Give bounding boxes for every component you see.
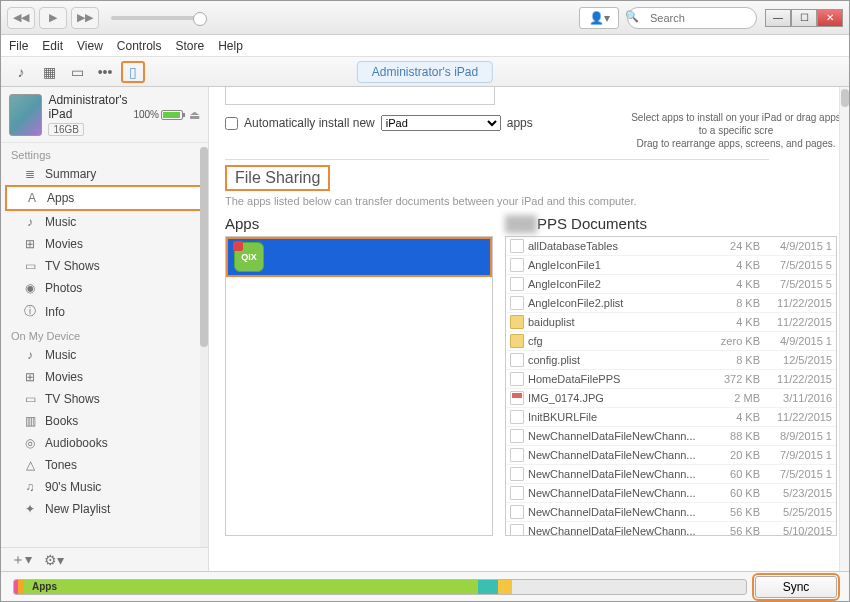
- file-size: 20 KB: [710, 449, 760, 461]
- tv-tab-icon[interactable]: ▭: [65, 61, 89, 83]
- document-row[interactable]: AngleIconFile2.plist8 KB11/22/2015: [506, 294, 836, 313]
- sidebar-item-90-s-music[interactable]: ♫90's Music: [1, 476, 208, 498]
- sync-button[interactable]: Sync: [755, 576, 837, 598]
- sidebar-item-apps[interactable]: AApps: [5, 185, 204, 211]
- sidebar-item-audiobooks[interactable]: ◎Audiobooks: [1, 432, 208, 454]
- documents-list[interactable]: allDatabaseTables24 KB4/9/2015 1AngleIco…: [505, 236, 837, 536]
- document-row[interactable]: HomeDataFilePPS372 KB11/22/2015: [506, 370, 836, 389]
- device-tab-icon[interactable]: ▯: [121, 61, 145, 83]
- auto-install-checkbox[interactable]: [225, 117, 238, 130]
- menu-controls[interactable]: Controls: [117, 39, 162, 53]
- settings-section-label: Settings: [1, 143, 208, 163]
- file-icon: [510, 486, 524, 500]
- nav-label: Audiobooks: [45, 436, 108, 450]
- volume-slider[interactable]: [111, 16, 201, 20]
- minimize-button[interactable]: —: [765, 9, 791, 27]
- sidebar-item-tv-shows[interactable]: ▭TV Shows: [1, 255, 208, 277]
- close-button[interactable]: ✕: [817, 9, 843, 27]
- add-icon[interactable]: ＋▾: [11, 551, 32, 569]
- document-row[interactable]: NewChannelDataFileNewChann...56 KB5/10/2…: [506, 522, 836, 536]
- file-size: 88 KB: [710, 430, 760, 442]
- nav-label: 90's Music: [45, 480, 101, 494]
- menu-store[interactable]: Store: [176, 39, 205, 53]
- sidebar-item-movies[interactable]: ⊞Movies: [1, 366, 208, 388]
- menu-edit[interactable]: Edit: [42, 39, 63, 53]
- sidebar-item-movies[interactable]: ⊞Movies: [1, 233, 208, 255]
- file-icon: [510, 258, 524, 272]
- file-date: 7/5/2015 5: [760, 278, 832, 290]
- nav-icon: ✦: [23, 502, 37, 516]
- sidebar-item-music[interactable]: ♪Music: [1, 211, 208, 233]
- document-row[interactable]: NewChannelDataFileNewChann...60 KB7/5/20…: [506, 465, 836, 484]
- file-size: 24 KB: [710, 240, 760, 252]
- nav-label: Movies: [45, 370, 83, 384]
- file-icon: [510, 505, 524, 519]
- device-pill[interactable]: Administrator's iPad: [357, 61, 493, 83]
- sidebar-scrollbar[interactable]: [200, 147, 208, 547]
- nav-label: Apps: [47, 191, 74, 205]
- main-scrollbar[interactable]: [839, 87, 849, 571]
- music-tab-icon[interactable]: ♪: [9, 61, 33, 83]
- sidebar-item-photos[interactable]: ◉Photos: [1, 277, 208, 299]
- maximize-button[interactable]: ☐: [791, 9, 817, 27]
- document-row[interactable]: NewChannelDataFileNewChann...60 KB5/23/2…: [506, 484, 836, 503]
- battery-status: 100%: [133, 109, 183, 120]
- help-text: Select apps to install on your iPad or d…: [631, 111, 841, 150]
- file-date: 11/22/2015: [760, 411, 832, 423]
- sidebar-item-info[interactable]: ⓘInfo: [1, 299, 208, 324]
- file-date: 8/9/2015 1: [760, 430, 832, 442]
- sidebar-item-books[interactable]: ▥Books: [1, 410, 208, 432]
- more-tab-icon[interactable]: •••: [93, 61, 117, 83]
- sidebar-item-music[interactable]: ♪Music: [1, 344, 208, 366]
- nav-icon: ♪: [23, 215, 37, 229]
- search-input[interactable]: [627, 7, 757, 29]
- play-button[interactable]: ▶: [39, 7, 67, 29]
- document-row[interactable]: NewChannelDataFileNewChann...20 KB7/9/20…: [506, 446, 836, 465]
- sidebar-item-tones[interactable]: △Tones: [1, 454, 208, 476]
- file-date: 4/9/2015 1: [760, 240, 832, 252]
- file-icon: [510, 467, 524, 481]
- document-row[interactable]: InitBKURLFile4 KB11/22/2015: [506, 408, 836, 427]
- file-size: 4 KB: [710, 316, 760, 328]
- document-row[interactable]: AngleIconFile14 KB7/5/2015 5: [506, 256, 836, 275]
- document-row[interactable]: cfgzero KB4/9/2015 1: [506, 332, 836, 351]
- file-size: 60 KB: [710, 468, 760, 480]
- movies-tab-icon[interactable]: ▦: [37, 61, 61, 83]
- nav-icon: ≣: [23, 167, 37, 181]
- prev-button[interactable]: ◀◀: [7, 7, 35, 29]
- nav-label: Summary: [45, 167, 96, 181]
- file-date: 7/5/2015 5: [760, 259, 832, 271]
- ondevice-section-label: On My Device: [1, 324, 208, 344]
- document-row[interactable]: baiduplist4 KB11/22/2015: [506, 313, 836, 332]
- device-thumb-icon: [9, 94, 42, 136]
- next-button[interactable]: ▶▶: [71, 7, 99, 29]
- eject-icon[interactable]: ⏏: [189, 108, 200, 122]
- document-row[interactable]: NewChannelDataFileNewChann...88 KB8/9/20…: [506, 427, 836, 446]
- auto-install-select[interactable]: iPad: [381, 115, 501, 131]
- menu-help[interactable]: Help: [218, 39, 243, 53]
- document-row[interactable]: NewChannelDataFileNewChann...56 KB5/25/2…: [506, 503, 836, 522]
- nav-icon: ▭: [23, 259, 37, 273]
- document-row[interactable]: config.plist8 KB12/5/2015: [506, 351, 836, 370]
- app-row-selected[interactable]: QIX: [226, 237, 492, 277]
- document-row[interactable]: AngleIconFile24 KB7/5/2015 5: [506, 275, 836, 294]
- menu-view[interactable]: View: [77, 39, 103, 53]
- menu-file[interactable]: File: [9, 39, 28, 53]
- document-row[interactable]: allDatabaseTables24 KB4/9/2015 1: [506, 237, 836, 256]
- file-size: 8 KB: [710, 297, 760, 309]
- document-row[interactable]: IMG_0174.JPG2 MB3/11/2016: [506, 389, 836, 408]
- nav-icon: △: [23, 458, 37, 472]
- sidebar-item-summary[interactable]: ≣Summary: [1, 163, 208, 185]
- sidebar-item-tv-shows[interactable]: ▭TV Shows: [1, 388, 208, 410]
- file-name: baiduplist: [528, 316, 710, 328]
- gear-icon[interactable]: ⚙▾: [44, 552, 64, 568]
- capacity-bar: Apps: [13, 579, 747, 595]
- account-button[interactable]: 👤▾: [579, 7, 619, 29]
- nav-icon: ▥: [23, 414, 37, 428]
- file-size: 56 KB: [710, 525, 760, 536]
- file-size: 2 MB: [710, 392, 760, 404]
- apps-list[interactable]: QIX: [225, 236, 493, 536]
- sidebar-item-new-playlist[interactable]: ✦New Playlist: [1, 498, 208, 520]
- nav-label: Movies: [45, 237, 83, 251]
- nav-label: Photos: [45, 281, 82, 295]
